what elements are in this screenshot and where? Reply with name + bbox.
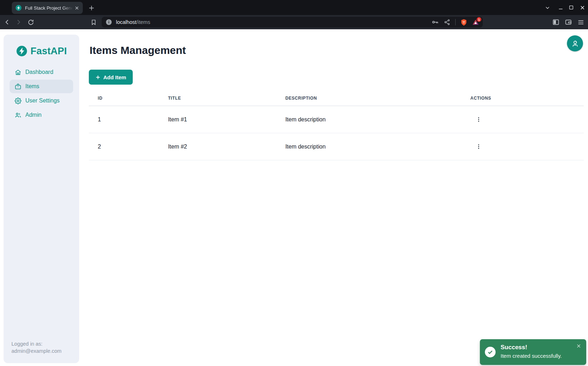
briefcase-icon	[14, 83, 21, 90]
fastapi-favicon-icon	[15, 5, 22, 11]
window-minimize-button[interactable]	[555, 2, 566, 13]
tab-search-chevron-icon[interactable]	[542, 2, 553, 13]
items-table: ID TITLE DESCRIPTION ACTIONS 1 Item #1 I…	[89, 96, 584, 160]
url-path: /items	[136, 19, 150, 25]
cell-title: Item #1	[168, 106, 285, 133]
back-button[interactable]	[3, 18, 11, 26]
sidebar-item-label: User Settings	[25, 97, 60, 104]
tab-close-icon[interactable]	[74, 5, 80, 11]
brand-name: FastAPI	[31, 46, 67, 57]
table-row: 1 Item #1 Item description	[89, 106, 584, 133]
table-row: 2 Item #2 Item description	[89, 133, 584, 160]
sidebar-item-user-settings[interactable]: User Settings	[10, 94, 73, 107]
browser-tab[interactable]: Full Stack Project Genera	[12, 2, 83, 14]
check-circle-icon	[485, 347, 496, 357]
cell-title: Item #2	[168, 133, 285, 160]
app-sidebar: FastAPI Dashboard Items	[4, 35, 79, 363]
logged-in-info: Logged in as: admin@example.com	[11, 340, 61, 355]
toolbar-divider	[455, 19, 456, 25]
app-page: FastAPI Dashboard Items	[0, 29, 588, 366]
users-icon	[14, 111, 21, 119]
site-info-icon[interactable]	[106, 19, 112, 25]
new-tab-button[interactable]	[87, 3, 96, 12]
sidebar-item-admin[interactable]: Admin	[10, 108, 73, 122]
cell-id: 2	[89, 133, 168, 160]
toast-close-button[interactable]	[575, 342, 583, 350]
main-content: Items Management Add Item ID TITLE DESCR…	[89, 29, 584, 366]
rewards-notification-badge: 1	[477, 17, 481, 22]
kebab-icon	[476, 144, 482, 150]
bookmark-icon[interactable]	[90, 18, 97, 26]
home-icon	[14, 69, 21, 76]
forward-button[interactable]	[15, 18, 22, 26]
add-item-label: Add Item	[103, 74, 126, 80]
plus-icon	[95, 75, 101, 80]
kebab-icon	[476, 116, 482, 122]
tab-title: Full Stack Project Genera	[25, 5, 74, 11]
user-avatar-button[interactable]	[567, 35, 583, 51]
window-close-button[interactable]	[577, 2, 588, 13]
row-actions-menu-button[interactable]	[473, 141, 484, 152]
brave-rewards-icon[interactable]: 1	[472, 19, 479, 26]
add-item-button[interactable]: Add Item	[89, 70, 133, 85]
cell-id: 1	[89, 106, 168, 133]
brave-shield-icon[interactable]	[460, 19, 467, 26]
reload-button[interactable]	[27, 18, 35, 26]
window-maximize-button[interactable]	[566, 2, 577, 13]
user-avatar-icon	[571, 39, 580, 48]
sidebar-item-label: Items	[25, 83, 39, 90]
column-header-description: DESCRIPTION	[285, 96, 471, 106]
sidebar-item-dashboard[interactable]: Dashboard	[10, 65, 73, 79]
url-host: localhost	[116, 19, 136, 25]
sidebar-toggle-icon[interactable]	[552, 19, 559, 26]
password-key-icon[interactable]	[432, 19, 439, 26]
browser-toolbar: localhost /items	[0, 15, 588, 29]
row-actions-menu-button[interactable]	[473, 114, 484, 125]
success-toast: Success! Item created successfully.	[480, 339, 586, 365]
toast-message: Item created successfully.	[501, 353, 562, 359]
sidebar-item-label: Dashboard	[25, 69, 53, 75]
wallet-icon[interactable]	[565, 19, 572, 26]
sidebar-item-items[interactable]: Items	[10, 80, 73, 93]
gear-icon	[14, 97, 21, 104]
column-header-id: ID	[89, 96, 168, 106]
close-icon	[576, 344, 581, 349]
sidebar-nav: Dashboard Items User Settings	[10, 65, 73, 122]
logged-in-label: Logged in as:	[11, 340, 61, 347]
sidebar-item-label: Admin	[25, 112, 41, 118]
page-title: Items Management	[90, 44, 186, 56]
browser-tab-bar: Full Stack Project Genera	[0, 0, 588, 15]
table-header-row: ID TITLE DESCRIPTION ACTIONS	[89, 96, 584, 106]
cell-description: Item description	[285, 106, 471, 133]
share-icon[interactable]	[443, 19, 451, 26]
cell-description: Item description	[285, 133, 471, 160]
toast-title: Success!	[501, 344, 527, 351]
logged-in-email: admin@example.com	[11, 347, 61, 355]
column-header-actions: ACTIONS	[470, 96, 584, 106]
address-bar[interactable]: localhost /items	[102, 17, 483, 27]
column-header-title: TITLE	[168, 96, 285, 106]
menu-hamburger-icon[interactable]	[577, 19, 584, 26]
brand-logo: FastAPI	[4, 45, 79, 57]
fastapi-logo-icon	[16, 45, 27, 57]
